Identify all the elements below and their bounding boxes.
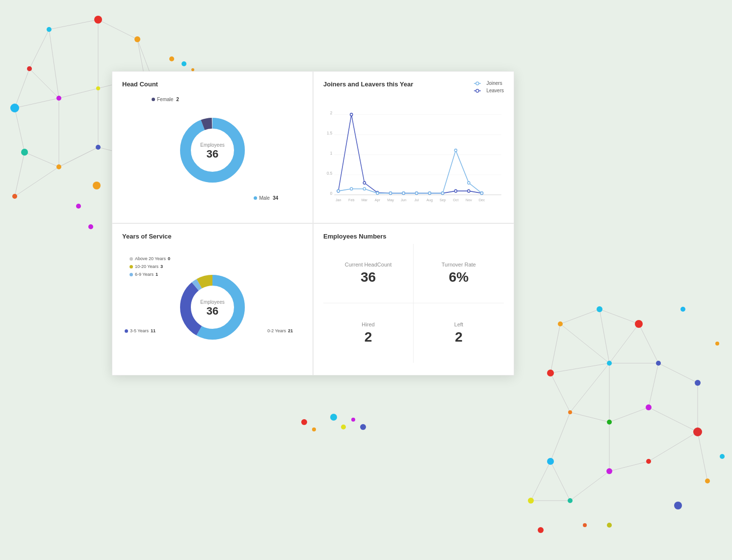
head-count-total: 36 [200, 148, 224, 160]
yos-10-20-label: 10-20 Years [135, 264, 158, 269]
svg-point-147 [350, 187, 353, 190]
yos-donut-area: Above 20 Years 0 10-20 Years 3 6-9 Years… [122, 244, 303, 363]
svg-point-149 [376, 192, 379, 195]
yos-employees-label: Employees [200, 299, 224, 305]
svg-text:Aug: Aug [426, 198, 433, 202]
svg-line-6 [25, 152, 59, 167]
svg-point-157 [480, 192, 483, 195]
yos-0-2-legend: 0-2 Years 21 [267, 328, 293, 333]
svg-point-39 [169, 56, 174, 61]
svg-point-98 [301, 419, 307, 425]
svg-text:Nov: Nov [466, 198, 472, 202]
network-right [511, 285, 732, 540]
svg-point-100 [330, 414, 337, 421]
svg-text:May: May [387, 198, 394, 202]
yos-above20-dot [130, 257, 133, 261]
svg-line-16 [15, 98, 59, 108]
svg-text:Jun: Jun [401, 198, 407, 202]
svg-point-28 [27, 66, 32, 71]
svg-text:1.5: 1.5 [327, 131, 333, 135]
svg-line-19 [15, 152, 25, 196]
svg-point-79 [695, 380, 701, 386]
svg-point-89 [538, 527, 544, 533]
svg-line-3 [29, 29, 49, 69]
svg-line-51 [600, 309, 609, 363]
svg-point-81 [705, 479, 710, 483]
svg-text:Feb: Feb [348, 198, 354, 202]
yos-legends: Above 20 Years 0 10-20 Years 3 6-9 Years… [130, 256, 170, 277]
current-headcount-value: 36 [361, 269, 376, 285]
svg-line-5 [15, 108, 25, 152]
yos-10-20-dot [130, 265, 133, 268]
head-count-donut-area: Female 2 Employees 36 [122, 92, 303, 211]
hired-label: Hired [362, 321, 374, 327]
svg-point-34 [56, 164, 61, 169]
svg-line-60 [658, 363, 698, 383]
svg-line-57 [570, 363, 609, 412]
head-count-panel: Head Count Female 2 [112, 71, 313, 223]
turnover-rate-value: 6% [449, 269, 469, 285]
yos-donut: Employees 36 [176, 270, 249, 346]
svg-line-46 [649, 363, 658, 407]
hired-value: 2 [365, 329, 372, 345]
svg-point-35 [96, 145, 101, 150]
svg-line-1 [98, 20, 137, 39]
svg-point-135 [350, 113, 353, 116]
yos-10-20-legend: 10-20 Years 3 [130, 264, 170, 269]
joiners-leavers-legend: Joiners Leavers [474, 80, 504, 93]
svg-point-110 [476, 89, 479, 92]
svg-point-72 [635, 320, 643, 328]
female-label: Female [157, 97, 173, 102]
svg-point-77 [547, 370, 554, 376]
leavers-legend-icon [474, 88, 484, 93]
head-count-center-label: Employees 36 [200, 142, 224, 160]
svg-point-74 [646, 404, 652, 410]
svg-point-146 [337, 189, 340, 192]
female-legend: Female 2 [152, 97, 179, 102]
leavers-legend-item: Leavers [474, 88, 504, 93]
svg-point-26 [47, 27, 52, 32]
dashboard: Head Count Female 2 [112, 71, 514, 375]
svg-point-86 [528, 498, 534, 504]
current-headcount-label: Current HeadCount [345, 262, 392, 267]
svg-text:1: 1 [330, 151, 333, 156]
yos-3-5-dot [125, 329, 128, 333]
svg-line-9 [29, 69, 59, 98]
head-count-title: Head Count [122, 80, 303, 88]
svg-text:Jan: Jan [336, 198, 341, 202]
svg-text:Mar: Mar [362, 198, 368, 202]
svg-line-0 [49, 20, 98, 29]
yos-3-5-value: 11 [151, 328, 156, 333]
svg-point-108 [476, 82, 479, 85]
svg-point-148 [363, 187, 366, 190]
svg-point-33 [21, 149, 28, 156]
svg-point-154 [442, 192, 444, 195]
years-of-service-title: Years of Service [122, 233, 303, 240]
svg-line-56 [560, 324, 609, 363]
svg-line-49 [550, 373, 570, 412]
svg-point-75 [607, 420, 612, 425]
yos-10-20-value: 3 [160, 264, 163, 269]
yos-6-9-value: 1 [156, 272, 158, 277]
svg-point-96 [93, 182, 101, 189]
yos-above20-label: Above 20 Years [135, 256, 166, 261]
leavers-legend-label: Leavers [486, 88, 504, 93]
yos-above20-value: 0 [168, 256, 170, 261]
joiners-leavers-svg: 0 0.5 1 1.5 2 Jan Feb Mar Apr [323, 92, 504, 206]
svg-point-85 [646, 459, 651, 464]
female-dot [152, 98, 155, 101]
svg-text:Oct: Oct [453, 198, 459, 202]
svg-line-47 [609, 407, 649, 422]
left-label: Left [454, 321, 463, 327]
yos-above20-legend: Above 20 Years 0 [130, 256, 170, 261]
svg-text:Dec: Dec [479, 198, 485, 202]
turnover-rate-label: Turnover Rate [442, 262, 476, 267]
svg-point-94 [182, 61, 186, 66]
svg-point-150 [389, 192, 392, 195]
svg-line-44 [600, 309, 639, 324]
yos-6-9-legend: 6-9 Years 1 [130, 272, 170, 277]
svg-point-99 [312, 427, 316, 431]
svg-point-101 [341, 425, 346, 429]
svg-line-20 [15, 167, 59, 196]
svg-point-88 [715, 342, 719, 346]
